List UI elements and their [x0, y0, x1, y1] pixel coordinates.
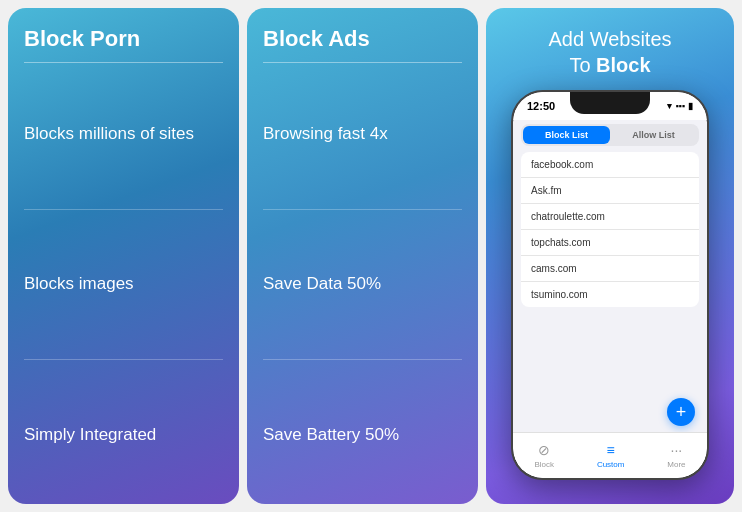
tab-block-label: Block	[534, 460, 554, 469]
list-item: Ask.fm	[521, 178, 699, 204]
list-item: facebook.com	[521, 152, 699, 178]
more-icon: ···	[671, 442, 683, 458]
card1-title: Block Porn	[24, 26, 223, 52]
segment-block-list[interactable]: Block List	[523, 126, 610, 144]
card2-divider-2	[263, 359, 462, 360]
card2-features: Browsing fast 4x Save Data 50% Save Batt…	[263, 83, 462, 486]
list-icon: ≡	[607, 442, 615, 458]
add-website-fab[interactable]: +	[667, 398, 695, 426]
card1-feature-3: Simply Integrated	[24, 407, 223, 463]
block-icon: ⊘	[538, 442, 550, 458]
card1-features: Blocks millions of sites Blocks images S…	[24, 83, 223, 486]
list-item: topchats.com	[521, 230, 699, 256]
block-porn-card: Block Porn Blocks millions of sites Bloc…	[8, 8, 239, 504]
card3-title: Add Websites To Block	[532, 8, 687, 90]
card1-divider	[24, 62, 223, 63]
add-websites-card: Add Websites To Block 12:50 ▾ ▪▪▪ ▮ Bloc…	[486, 8, 734, 504]
phone-mockup: 12:50 ▾ ▪▪▪ ▮ Block List Allow List face…	[511, 90, 709, 480]
card2-feature-1: Browsing fast 4x	[263, 106, 462, 162]
tab-custom-label: Custom	[597, 460, 625, 469]
card1-divider-1	[24, 209, 223, 210]
tab-custom[interactable]: ≡ Custom	[597, 442, 625, 469]
card1-feature-2: Blocks images	[24, 256, 223, 312]
battery-icon: ▮	[688, 101, 693, 111]
list-item: chatroulette.com	[521, 204, 699, 230]
status-time: 12:50	[527, 100, 555, 112]
card2-divider-1	[263, 209, 462, 210]
signal-icon: ▪▪▪	[675, 101, 685, 111]
block-ads-card: Block Ads Browsing fast 4x Save Data 50%…	[247, 8, 478, 504]
card1-divider-2	[24, 359, 223, 360]
card2-title: Block Ads	[263, 26, 462, 52]
phone-tab-bar: ⊘ Block ≡ Custom ··· More	[513, 432, 707, 478]
card2-divider	[263, 62, 462, 63]
tab-more-label: More	[667, 460, 685, 469]
tab-block[interactable]: ⊘ Block	[534, 442, 554, 469]
tab-more[interactable]: ··· More	[667, 442, 685, 469]
phone-wrapper: 12:50 ▾ ▪▪▪ ▮ Block List Allow List face…	[501, 90, 719, 504]
list-item: tsumino.com	[521, 282, 699, 307]
status-icons: ▾ ▪▪▪ ▮	[667, 101, 693, 111]
card2-feature-2: Save Data 50%	[263, 256, 462, 312]
card1-feature-1: Blocks millions of sites	[24, 106, 223, 162]
blocked-sites-list: facebook.com Ask.fm chatroulette.com top…	[521, 152, 699, 307]
wifi-icon: ▾	[667, 101, 672, 111]
list-item: cams.com	[521, 256, 699, 282]
phone-segment-control[interactable]: Block List Allow List	[521, 124, 699, 146]
card2-feature-3: Save Battery 50%	[263, 407, 462, 463]
segment-allow-list[interactable]: Allow List	[610, 126, 697, 144]
phone-notch	[570, 92, 650, 114]
phone-screen: 12:50 ▾ ▪▪▪ ▮ Block List Allow List face…	[513, 92, 707, 478]
